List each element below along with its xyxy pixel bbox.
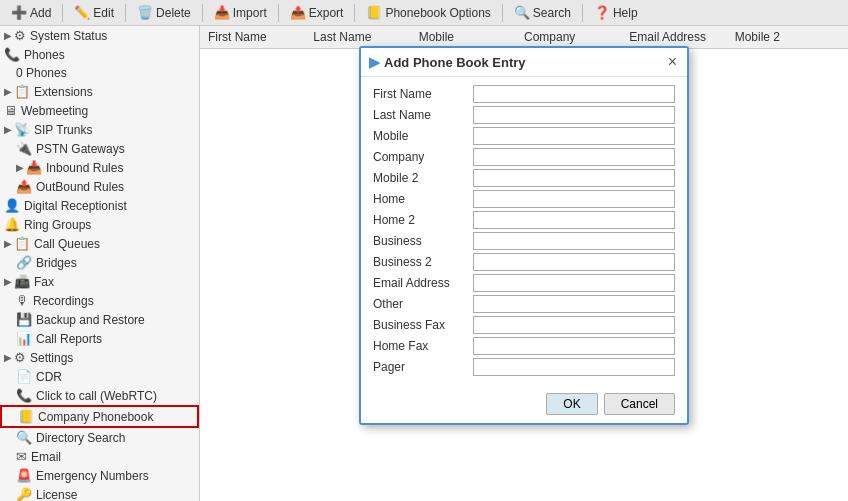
form-row-pager: Pager: [373, 358, 675, 376]
modal-overlay: ▶ Add Phone Book Entry × First NameLast …: [200, 26, 848, 501]
sidebar-icon: 🚨: [16, 468, 32, 483]
modal-title: ▶ Add Phone Book Entry: [369, 54, 526, 70]
sidebar-item-inbound-rules[interactable]: ▶📥Inbound Rules: [0, 158, 199, 177]
sidebar-item-pstn-gateways[interactable]: 🔌PSTN Gateways: [0, 139, 199, 158]
sidebar-item-system-status[interactable]: ▶⚙System Status: [0, 26, 199, 45]
field-input-email-address[interactable]: [473, 274, 675, 292]
expand-arrow-icon: ▶: [4, 86, 12, 97]
sidebar-item-call-reports[interactable]: 📊Call Reports: [0, 329, 199, 348]
field-input-last-name[interactable]: [473, 106, 675, 124]
sidebar-item-cdr[interactable]: 📄CDR: [0, 367, 199, 386]
search-button[interactable]: 🔍 Search: [507, 2, 578, 23]
main-layout: ▶⚙System Status📞Phones0 Phones▶📋Extensio…: [0, 26, 848, 501]
sidebar-item-directory-search[interactable]: 🔍Directory Search: [0, 428, 199, 447]
ok-button[interactable]: OK: [546, 393, 597, 415]
cancel-button[interactable]: Cancel: [604, 393, 675, 415]
sidebar-item-outbound-rules[interactable]: 📤OutBound Rules: [0, 177, 199, 196]
export-button[interactable]: 📤 Export: [283, 2, 351, 23]
field-label-home-2: Home 2: [373, 213, 473, 227]
field-input-home-fax[interactable]: [473, 337, 675, 355]
sidebar-icon: ⚙: [14, 28, 26, 43]
sidebar-item-label: Ring Groups: [24, 218, 91, 232]
field-input-business-fax[interactable]: [473, 316, 675, 334]
form-row-first-name: First Name: [373, 85, 675, 103]
modal-title-text: Add Phone Book Entry: [384, 55, 526, 70]
sidebar-item-ring-groups[interactable]: 🔔Ring Groups: [0, 215, 199, 234]
field-input-mobile-2[interactable]: [473, 169, 675, 187]
field-input-home[interactable]: [473, 190, 675, 208]
export-icon: 📤: [290, 5, 306, 20]
sidebar-item-emergency-numbers[interactable]: 🚨Emergency Numbers: [0, 466, 199, 485]
form-row-home: Home: [373, 190, 675, 208]
sidebar-item-email[interactable]: ✉Email: [0, 447, 199, 466]
title-arrow-icon: ▶: [369, 54, 380, 70]
sidebar-item-0-phones[interactable]: 0 Phones: [0, 64, 199, 82]
sidebar-icon: 📥: [26, 160, 42, 175]
field-label-home-fax: Home Fax: [373, 339, 473, 353]
sidebar-item-call-queues[interactable]: ▶📋Call Queues: [0, 234, 199, 253]
form-row-email-address: Email Address: [373, 274, 675, 292]
field-label-last-name: Last Name: [373, 108, 473, 122]
sidebar-icon: 🔍: [16, 430, 32, 445]
expand-arrow-icon: ▶: [4, 30, 12, 41]
phonebook-options-label: Phonebook Options: [385, 6, 490, 20]
sidebar-item-sip-trunks[interactable]: ▶📡SIP Trunks: [0, 120, 199, 139]
field-input-pager[interactable]: [473, 358, 675, 376]
sidebar-item-company-phonebook[interactable]: 📒Company Phonebook: [0, 405, 199, 428]
delete-icon: 🗑️: [137, 5, 153, 20]
field-input-mobile[interactable]: [473, 127, 675, 145]
sidebar-item-license[interactable]: 🔑License: [0, 485, 199, 501]
sidebar-icon: ⚙: [14, 350, 26, 365]
sidebar-item-bridges[interactable]: 🔗Bridges: [0, 253, 199, 272]
phonebook-options-button[interactable]: 📒 Phonebook Options: [359, 2, 497, 23]
field-label-first-name: First Name: [373, 87, 473, 101]
field-input-business-2[interactable]: [473, 253, 675, 271]
search-label: Search: [533, 6, 571, 20]
sidebar-icon: 📡: [14, 122, 30, 137]
sidebar-icon: 🖥: [4, 103, 17, 118]
import-button[interactable]: 📥 Import: [207, 2, 274, 23]
sidebar-item-label: 0 Phones: [16, 66, 67, 80]
help-button[interactable]: ❓ Help: [587, 2, 645, 23]
modal-close-button[interactable]: ×: [666, 54, 679, 70]
sidebar-item-backup-and-restore[interactable]: 💾Backup and Restore: [0, 310, 199, 329]
sidebar-item-label: Webmeeting: [21, 104, 88, 118]
sidebar-icon: ✉: [16, 449, 27, 464]
sidebar-item-extensions[interactable]: ▶📋Extensions: [0, 82, 199, 101]
modal-titlebar: ▶ Add Phone Book Entry ×: [361, 48, 687, 77]
form-row-business-fax: Business Fax: [373, 316, 675, 334]
sidebar-icon: 📤: [16, 179, 32, 194]
sidebar-item-label: System Status: [30, 29, 107, 43]
phonebook-icon: 📒: [366, 5, 382, 20]
field-input-other[interactable]: [473, 295, 675, 313]
sidebar-item-label: Digital Receptionist: [24, 199, 127, 213]
sidebar-item-webmeeting[interactable]: 🖥Webmeeting: [0, 101, 199, 120]
sidebar-item-label: SIP Trunks: [34, 123, 92, 137]
sidebar-item-digital-receptionist[interactable]: 👤Digital Receptionist: [0, 196, 199, 215]
edit-button[interactable]: ✏️ Edit: [67, 2, 121, 23]
field-input-home-2[interactable]: [473, 211, 675, 229]
field-label-email-address: Email Address: [373, 276, 473, 290]
delete-button[interactable]: 🗑️ Delete: [130, 2, 198, 23]
field-input-business[interactable]: [473, 232, 675, 250]
field-label-business-fax: Business Fax: [373, 318, 473, 332]
sidebar-item-click-to-call-webrtc[interactable]: 📞Click to call (WebRTC): [0, 386, 199, 405]
sidebar-item-fax[interactable]: ▶📠Fax: [0, 272, 199, 291]
sidebar-icon: 📞: [16, 388, 32, 403]
sidebar-icon: 🔌: [16, 141, 32, 156]
field-input-first-name[interactable]: [473, 85, 675, 103]
expand-arrow-icon: ▶: [4, 276, 12, 287]
form-row-last-name: Last Name: [373, 106, 675, 124]
add-button[interactable]: ➕ Add: [4, 2, 58, 23]
field-input-company[interactable]: [473, 148, 675, 166]
separator-4: [278, 4, 279, 22]
import-icon: 📥: [214, 5, 230, 20]
sidebar-item-label: Fax: [34, 275, 54, 289]
sidebar-item-phones[interactable]: 📞Phones: [0, 45, 199, 64]
sidebar-item-recordings[interactable]: 🎙Recordings: [0, 291, 199, 310]
sidebar-item-settings[interactable]: ▶⚙Settings: [0, 348, 199, 367]
edit-icon: ✏️: [74, 5, 90, 20]
sidebar: ▶⚙System Status📞Phones0 Phones▶📋Extensio…: [0, 26, 200, 501]
sidebar-item-label: Company Phonebook: [38, 410, 153, 424]
sidebar-item-label: Click to call (WebRTC): [36, 389, 157, 403]
